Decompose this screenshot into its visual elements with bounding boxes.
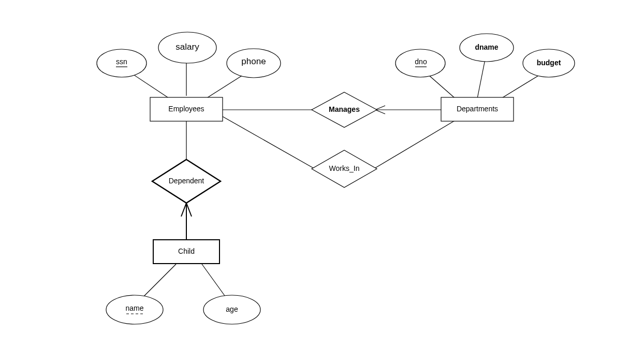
svg-text:Manages: Manages: [329, 105, 360, 113]
attr-phone: phone: [227, 49, 281, 78]
svg-text:dname: dname: [475, 43, 498, 51]
entity-departments: Departments: [441, 97, 514, 121]
svg-text:Departments: Departments: [457, 105, 498, 113]
er-diagram: ssn salary phone dno dname budget name a…: [0, 0, 644, 348]
edge-employees-phone: [204, 72, 247, 99]
svg-text:name: name: [125, 304, 143, 312]
svg-text:age: age: [226, 305, 238, 313]
attr-name: name: [106, 295, 163, 324]
svg-text:Child: Child: [178, 247, 195, 255]
entity-child: Child: [153, 240, 219, 264]
relationship-manages: Manages: [312, 92, 377, 127]
svg-text:dno: dno: [415, 57, 427, 66]
attr-budget: budget: [523, 49, 575, 77]
edge-worksin-departments: [374, 120, 456, 169]
attr-age: age: [203, 295, 260, 324]
svg-text:Dependent: Dependent: [169, 177, 204, 185]
svg-text:phone: phone: [241, 56, 266, 66]
svg-text:budget: budget: [537, 59, 561, 67]
edge-departments-dname: [477, 60, 485, 98]
relationship-worksin: Works_In: [312, 150, 377, 187]
entity-employees: Employees: [150, 97, 223, 121]
relationship-dependent: Dependent: [152, 160, 221, 203]
edge-child-name: [140, 264, 176, 300]
attr-dno: dno: [396, 49, 445, 77]
attr-dname: dname: [460, 34, 514, 62]
attr-salary: salary: [158, 32, 216, 63]
edge-employees-worksin: [223, 117, 315, 169]
svg-text:Works_In: Works_In: [329, 164, 360, 172]
svg-text:ssn: ssn: [116, 57, 127, 66]
svg-text:salary: salary: [175, 42, 199, 52]
attr-ssn: ssn: [97, 49, 147, 77]
svg-text:Employees: Employees: [168, 105, 204, 113]
edge-departments-budget: [497, 72, 544, 101]
